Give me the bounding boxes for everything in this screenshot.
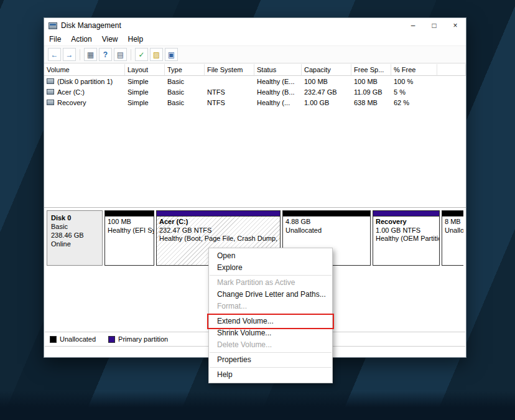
forward-icon[interactable]: → <box>63 48 76 61</box>
volume-icon <box>47 100 54 105</box>
column-header-file-system[interactable]: File System <box>205 64 254 76</box>
cell-file-system: NTFS <box>205 97 254 108</box>
table-row[interactable]: Acer (C:) Simple Basic NTFS Healthy (B..… <box>44 86 466 97</box>
back-icon[interactable]: ← <box>48 48 61 61</box>
partition-unallocated-small[interactable]: 8 MB Unallocated <box>442 210 463 266</box>
refresh-icon[interactable]: ✓ <box>135 48 148 61</box>
legend-primary-partition: Primary partition <box>108 335 168 343</box>
partition-status: Unallocated <box>285 226 368 235</box>
partition-color-strip <box>157 211 280 217</box>
volume-icon <box>47 78 54 84</box>
cell-pct-free: 100 % <box>391 76 437 86</box>
menu-separator <box>210 314 332 314</box>
cell-free-space: 11.09 GB <box>351 86 391 97</box>
partition-recovery[interactable]: Recovery 1.00 GB NTFS Healthy (OEM Parti… <box>373 210 440 266</box>
partition-context-menu: Open Explore Mark Partition as Active Ch… <box>208 248 333 383</box>
column-header-type[interactable]: Type <box>165 64 205 76</box>
volume-name: (Disk 0 partition 1) <box>57 78 113 85</box>
menu-file[interactable]: File <box>49 35 61 44</box>
menu-item-mark-partition-active: Mark Partition as Active <box>209 277 332 289</box>
partition-status: Healthy (EFI System Partition) <box>108 226 151 235</box>
toolbar-separator <box>80 49 80 60</box>
cell-filler <box>437 97 466 108</box>
cell-layout: Simple <box>125 97 165 108</box>
cell-free-space: 638 MB <box>351 97 391 108</box>
menu-item-change-drive-letter[interactable]: Change Drive Letter and Paths... <box>209 289 332 301</box>
column-header-capacity[interactable]: Capacity <box>302 64 351 76</box>
cell-type: Basic <box>165 86 205 97</box>
disk-status: Online <box>51 240 98 248</box>
toolbar-separator <box>131 49 131 60</box>
column-header-free-space[interactable]: Free Sp... <box>351 64 391 76</box>
menu-bar: File Action View Help <box>44 33 466 46</box>
cell-capacity: 232.47 GB <box>302 86 351 97</box>
table-row[interactable]: (Disk 0 partition 1) Simple Basic Health… <box>44 76 466 86</box>
column-header-volume[interactable]: Volume <box>44 64 125 76</box>
menu-help[interactable]: Help <box>128 35 144 44</box>
show-console-tree-icon[interactable]: ▦ <box>84 48 97 61</box>
partition-status: Unallocated <box>445 226 461 235</box>
titlebar[interactable]: Disk Management – □ × <box>44 18 466 33</box>
cell-volume: Recovery <box>44 97 125 108</box>
volume-name: Recovery <box>57 99 86 106</box>
minimize-button[interactable]: – <box>402 18 424 33</box>
cell-volume: (Disk 0 partition 1) <box>44 76 125 86</box>
partition-efi[interactable]: 100 MB Healthy (EFI System Partition) <box>104 210 154 266</box>
cell-capacity: 100 MB <box>302 76 351 86</box>
cell-pct-free: 62 % <box>391 97 437 108</box>
menu-item-open[interactable]: Open <box>209 250 332 262</box>
legend-unallocated: Unallocated <box>50 335 96 343</box>
rescan-disks-icon[interactable]: ▨ <box>150 48 163 61</box>
cell-type: Basic <box>165 76 205 86</box>
column-header-filler <box>437 64 466 76</box>
menu-separator <box>210 275 332 276</box>
cell-free-space: 100 MB <box>351 76 391 86</box>
maximize-button[interactable]: □ <box>424 18 445 33</box>
menu-item-delete-volume: Delete Volume... <box>209 339 332 351</box>
menu-item-shrink-volume[interactable]: Shrink Volume... <box>209 327 332 339</box>
partition-color-strip <box>373 211 439 217</box>
menu-item-format: Format... <box>209 301 332 312</box>
partition-status: Healthy (Boot, Page File, Crash Dump, Pr… <box>159 235 277 243</box>
cell-volume: Acer (C:) <box>44 86 125 97</box>
disk-0-info-box[interactable]: Disk 0 Basic 238.46 GB Online <box>47 210 103 266</box>
column-header-status[interactable]: Status <box>254 64 302 76</box>
help-icon[interactable]: ? <box>99 48 112 61</box>
column-header-pct-free[interactable]: % Free <box>391 64 437 76</box>
volume-list-header: Volume Layout Type File System Status Ca… <box>44 64 466 76</box>
cell-file-system <box>205 76 254 86</box>
partition-size: 4.88 GB <box>285 218 368 226</box>
column-header-layout[interactable]: Layout <box>125 64 165 76</box>
partition-info: 100 MB Healthy (EFI System Partition) <box>105 217 154 265</box>
unallocated-color-swatch <box>50 336 57 343</box>
cell-capacity: 1.00 GB <box>302 97 351 108</box>
menu-action[interactable]: Action <box>71 35 91 44</box>
volume-list: Volume Layout Type File System Status Ca… <box>44 64 466 208</box>
partition-name: Acer (C:) <box>159 218 277 226</box>
cell-status: Healthy (... <box>254 97 302 108</box>
partition-color-strip <box>442 211 463 217</box>
legend-label: Primary partition <box>118 335 168 343</box>
cell-filler <box>437 76 466 86</box>
toolbar: ← → ▦ ? ▤ ✓ ▨ ▣ <box>44 46 466 63</box>
properties-icon[interactable]: ▤ <box>114 48 127 61</box>
action-pane-icon[interactable]: ▣ <box>165 48 178 61</box>
window-title: Disk Management <box>61 21 121 30</box>
close-button[interactable]: × <box>445 18 466 33</box>
menu-item-help[interactable]: Help <box>209 369 332 381</box>
cell-pct-free: 5 % <box>391 86 437 97</box>
partition-status: Healthy (OEM Partition) <box>376 235 437 243</box>
partition-size: 232.47 GB NTFS <box>159 226 277 235</box>
menu-item-properties[interactable]: Properties <box>209 354 332 366</box>
cell-filler <box>437 86 466 97</box>
cell-status: Healthy (E... <box>254 76 302 86</box>
menu-item-extend-volume[interactable]: Extend Volume... <box>209 315 332 327</box>
primary-partition-color-swatch <box>108 336 115 343</box>
cell-layout: Simple <box>125 86 165 97</box>
legend-label: Unallocated <box>60 335 96 343</box>
volume-icon <box>47 89 54 95</box>
table-row[interactable]: Recovery Simple Basic NTFS Healthy (... … <box>44 97 466 108</box>
menu-item-explore[interactable]: Explore <box>209 262 332 274</box>
menu-view[interactable]: View <box>102 35 118 44</box>
partition-size: 1.00 GB NTFS <box>376 226 437 235</box>
